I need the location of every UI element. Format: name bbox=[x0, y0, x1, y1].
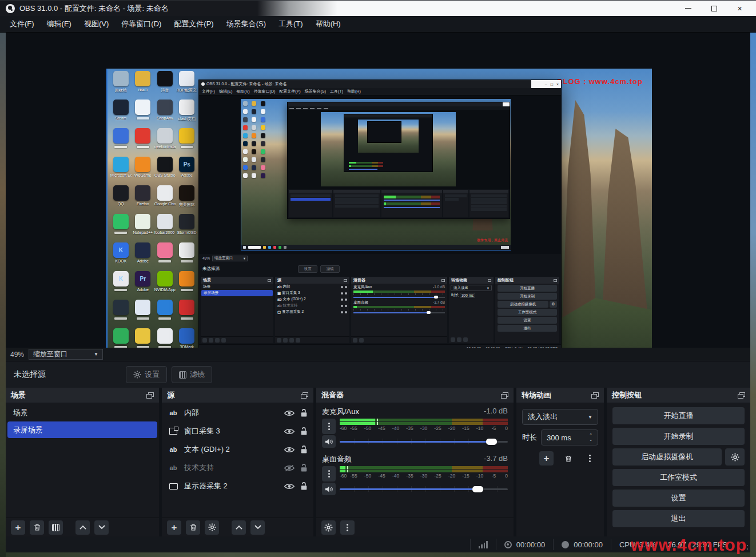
desktop-icon[interactable] bbox=[110, 128, 132, 157]
preview-canvas[interactable]: 回收站ream抖音RDP配置文件SteamSnapAnyclash文档geeku… bbox=[106, 69, 652, 376]
source-item[interactable]: 显示器采集 2 bbox=[162, 477, 313, 495]
unlock-icon[interactable] bbox=[300, 482, 308, 491]
desktop-icon[interactable] bbox=[154, 242, 176, 271]
desktop-icon[interactable]: NVIDIA App bbox=[154, 271, 176, 300]
source-item[interactable]: ab 文本 (GDI+) 2 bbox=[162, 440, 313, 459]
source-item[interactable]: 窗口采集 3 bbox=[162, 422, 313, 440]
resize-grip[interactable] bbox=[742, 544, 748, 550]
desktop-icon[interactable]: 完美国际 bbox=[176, 185, 198, 214]
desktop-icon[interactable]: ream bbox=[132, 71, 154, 100]
eye-icon[interactable] bbox=[284, 409, 295, 417]
scene-item-selected[interactable]: 录屏场景 bbox=[7, 421, 157, 438]
start-recording-button[interactable]: 开始录制 bbox=[612, 428, 745, 445]
mixer-menu-button[interactable] bbox=[340, 520, 355, 535]
remove-scene-button[interactable] bbox=[30, 520, 44, 535]
sources-dock-header[interactable]: 源 bbox=[162, 388, 313, 403]
volume-slider[interactable] bbox=[340, 437, 508, 445]
source-filters-button[interactable]: 滤镜 bbox=[172, 366, 212, 383]
studio-mode-button[interactable]: 工作室模式 bbox=[612, 469, 745, 486]
transitions-dock-header[interactable]: 转场动画 bbox=[516, 388, 604, 403]
spin-up-icon[interactable]: ⌃ bbox=[589, 434, 592, 437]
add-transition-button[interactable]: + bbox=[539, 451, 554, 466]
move-source-up-button[interactable] bbox=[232, 520, 246, 535]
transition-select[interactable]: 淡入淡出 ▼ bbox=[522, 409, 598, 425]
eye-icon[interactable] bbox=[284, 483, 295, 490]
add-scene-button[interactable]: + bbox=[11, 520, 25, 535]
desktop-icon[interactable]: K bbox=[110, 271, 132, 300]
move-source-down-button[interactable] bbox=[250, 520, 265, 535]
move-scene-up-button[interactable] bbox=[75, 520, 90, 535]
desktop-icon[interactable]: RDP配置文件 bbox=[176, 71, 198, 100]
scene-filters-button[interactable] bbox=[49, 520, 63, 535]
move-scene-down-button[interactable] bbox=[94, 520, 109, 535]
desktop-icon[interactable]: WeGame bbox=[132, 157, 154, 185]
menu-scene-collection[interactable]: 场景集合(S) bbox=[220, 16, 272, 32]
menu-tools[interactable]: 工具(T) bbox=[272, 16, 309, 32]
scenes-dock-header[interactable]: 场景 bbox=[6, 388, 159, 403]
source-properties-gear-button[interactable] bbox=[205, 520, 219, 535]
slider-handle[interactable] bbox=[472, 486, 483, 492]
remove-source-button[interactable] bbox=[186, 520, 200, 535]
settings-button[interactable]: 设置 bbox=[612, 490, 745, 507]
unlock-icon[interactable] bbox=[300, 427, 308, 436]
menu-profile[interactable]: 配置文件(P) bbox=[168, 16, 220, 32]
desktop-icon[interactable]: geekuninstaller bbox=[154, 128, 176, 157]
desktop-icon[interactable]: Notepad++ bbox=[132, 214, 154, 242]
menu-edit[interactable]: 编辑(E) bbox=[41, 16, 78, 32]
desktop-icon[interactable]: clash文档 bbox=[176, 100, 198, 128]
desktop-icon[interactable] bbox=[176, 128, 198, 157]
controls-dock-header[interactable]: 控制按钮 bbox=[607, 388, 750, 403]
remove-transition-button[interactable] bbox=[561, 451, 575, 466]
mute-button[interactable] bbox=[322, 483, 336, 495]
desktop-icon[interactable] bbox=[132, 300, 154, 328]
virtual-camera-settings-button[interactable] bbox=[725, 448, 745, 466]
desktop-icon[interactable] bbox=[154, 300, 176, 328]
desktop-icon[interactable]: PrAdobe bbox=[132, 271, 154, 300]
desktop-icon[interactable]: 回收站 bbox=[110, 71, 132, 100]
desktop-icon[interactable] bbox=[176, 242, 198, 271]
mixer-dock-header[interactable]: 混音器 bbox=[316, 388, 514, 403]
scene-item[interactable]: 场景 bbox=[7, 404, 157, 421]
maximize-button[interactable] bbox=[701, 1, 727, 17]
unlock-icon[interactable] bbox=[300, 463, 308, 472]
unlock-icon[interactable] bbox=[300, 445, 308, 454]
minimize-button[interactable] bbox=[675, 1, 701, 17]
zoom-mode-dropdown[interactable]: 缩放至窗口 ▼ bbox=[29, 349, 103, 360]
source-item-hidden[interactable]: ab 技术支持 bbox=[162, 459, 313, 477]
mute-button[interactable] bbox=[322, 435, 336, 448]
close-button[interactable]: × bbox=[727, 1, 753, 17]
desktop-icon[interactable]: Adobe bbox=[132, 242, 154, 271]
exit-button[interactable]: 退出 bbox=[612, 510, 745, 527]
desktop-icon[interactable]: StormOSD bbox=[176, 214, 198, 242]
eye-icon[interactable] bbox=[284, 428, 295, 435]
desktop-icon[interactable]: KKOOK bbox=[110, 242, 132, 271]
volume-slider[interactable] bbox=[340, 485, 508, 493]
source-properties-button[interactable]: 设置 bbox=[126, 366, 167, 383]
menu-file[interactable]: 文件(F) bbox=[3, 16, 41, 32]
source-item[interactable]: ab 内部 bbox=[162, 404, 313, 422]
unlock-icon[interactable] bbox=[300, 408, 308, 417]
desktop-icon[interactable]: foobar2000 (x64) bbox=[154, 214, 176, 242]
advanced-audio-button[interactable] bbox=[321, 520, 336, 535]
slider-handle[interactable] bbox=[486, 439, 497, 445]
desktop-icon[interactable] bbox=[176, 300, 198, 328]
desktop-icon[interactable] bbox=[110, 300, 132, 328]
channel-menu-button[interactable] bbox=[322, 466, 336, 482]
desktop-icon[interactable] bbox=[132, 100, 154, 128]
start-virtual-camera-button[interactable]: 启动虚拟摄像机 bbox=[612, 448, 722, 466]
preview-area[interactable]: 回收站ream抖音RDP配置文件SteamSnapAnyclash文档geeku… bbox=[6, 33, 750, 348]
channel-menu-button[interactable] bbox=[322, 419, 336, 434]
desktop-icon[interactable]: Google Chrome bbox=[154, 185, 176, 214]
eye-icon[interactable] bbox=[284, 446, 295, 453]
spin-arrows[interactable]: ⌃⌄ bbox=[589, 434, 592, 441]
desktop-icon[interactable] bbox=[132, 128, 154, 157]
desktop-icon[interactable]: 抖音 bbox=[154, 71, 176, 100]
menu-docks[interactable]: 停靠窗口(D) bbox=[115, 16, 168, 32]
desktop-icon[interactable]: PsAdobe bbox=[176, 157, 198, 185]
desktop-icon[interactable]: SnapAny bbox=[154, 100, 176, 128]
add-source-button[interactable]: + bbox=[167, 520, 181, 535]
duration-spinbox[interactable]: 300 ms ⌃⌄ bbox=[541, 429, 598, 445]
start-streaming-button[interactable]: 开始直播 bbox=[612, 407, 745, 424]
desktop-icon[interactable]: Steam bbox=[110, 100, 132, 128]
spin-down-icon[interactable]: ⌄ bbox=[589, 439, 592, 441]
